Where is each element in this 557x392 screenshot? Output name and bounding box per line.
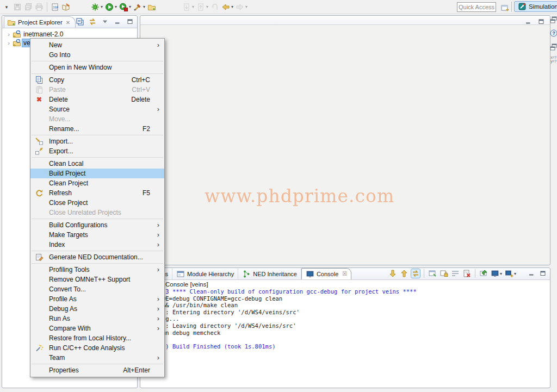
profile-button[interactable]: ▾ — [118, 1, 132, 13]
submenu-arrow-icon: › — [157, 353, 159, 362]
perspective-simulation-button[interactable]: Simulation — [514, 1, 557, 12]
menu-item-profile-as[interactable]: Profile As› — [30, 294, 164, 304]
menu-separator — [32, 61, 163, 61]
dropdown-arrow-icon: ▾ — [129, 4, 131, 9]
open-perspective-button[interactable] — [499, 2, 510, 14]
next-annotation-icon — [182, 3, 191, 11]
view-menu-icon — [101, 17, 109, 26]
save-icon — [13, 3, 22, 11]
maximize-editor-button[interactable] — [537, 17, 546, 26]
up-arrow-icon — [400, 269, 409, 278]
menu-item-compare-with[interactable]: Compare With› — [30, 323, 164, 333]
print-icon — [35, 3, 44, 11]
dropdown-arrow-icon: ▾ — [500, 271, 502, 276]
scroll-lock-button[interactable] — [440, 269, 448, 278]
menu-item-export[interactable]: Export... — [30, 146, 164, 156]
tab-project-explorer[interactable]: Project Explorer ✕ — [4, 16, 76, 28]
clear-console-button[interactable] — [462, 269, 471, 278]
menu-item-remove-omnet-support[interactable]: Remove OMNeT++ Support — [30, 275, 164, 284]
close-icon[interactable]: ✕ — [66, 20, 70, 26]
tab-ned-inheritance[interactable]: NED Inheritance — [238, 269, 301, 279]
menu-item-rename[interactable]: Rename...F2 — [30, 124, 164, 134]
toolbar-separator — [424, 269, 424, 278]
menu-item-run-as[interactable]: Run As› — [30, 314, 164, 323]
menu-item-team[interactable]: Team› — [30, 353, 164, 363]
expand-chevron-icon[interactable]: › — [6, 31, 11, 38]
word-wrap-icon — [451, 269, 460, 278]
back-button[interactable]: ▾ — [220, 1, 234, 13]
restore-view-top[interactable] — [549, 15, 557, 24]
link-icon — [411, 269, 420, 278]
folder-icon — [7, 18, 16, 27]
watch-view[interactable]: x=? y=? — [550, 56, 556, 63]
menu-item-copy[interactable]: CopyCtrl+C — [30, 75, 164, 85]
menu-item-go-into[interactable]: Go Into — [30, 50, 164, 60]
link-with-editor-button[interactable] — [88, 17, 97, 26]
menu-separator — [32, 263, 163, 264]
menu-item-index[interactable]: Index› — [30, 240, 164, 250]
menu-item-label: Remove OMNeT++ Support — [49, 276, 130, 283]
minimized-views-strip: ?x=? y=? — [550, 15, 557, 68]
tree-item-label: inetmanet-2.0 — [22, 30, 64, 38]
open-ned-documentation-button[interactable] — [60, 1, 71, 13]
help-view[interactable]: ? — [549, 29, 557, 38]
menu-item-shortcut: Ctrl+C — [132, 76, 150, 84]
quick-access-input[interactable]: Quick Access — [457, 2, 496, 12]
menu-item-build-configurations[interactable]: Build Configurations› — [30, 220, 164, 230]
menu-item-profiling-tools[interactable]: Profiling Tools› — [30, 265, 164, 275]
minimize-view-button[interactable] — [527, 269, 536, 278]
menu-item-make-targets[interactable]: Make Targets› — [30, 230, 164, 240]
previous-entry-button[interactable] — [400, 269, 409, 278]
minimize-view-button[interactable] — [113, 17, 122, 26]
menu-item-paste: PasteCtrl+V — [30, 85, 164, 95]
debug-icon — [91, 3, 100, 11]
next-entry-button[interactable] — [388, 269, 397, 278]
debug-button[interactable]: ▾ — [90, 1, 104, 13]
maximize-view-button[interactable] — [126, 17, 134, 26]
menu-item-convert-to[interactable]: Convert To... — [30, 284, 164, 294]
menu-item-source[interactable]: Source› — [30, 104, 164, 114]
toolbar-overflow-button[interactable]: ▾ — [1, 1, 12, 13]
pin-console-button[interactable] — [479, 269, 488, 278]
dropdown-arrow-icon: ▾ — [192, 4, 194, 9]
show-console-on-output-button[interactable] — [428, 269, 437, 278]
menu-item-delete[interactable]: ✖DeleteDelete — [30, 95, 164, 104]
menu-item-new[interactable]: New› — [30, 40, 164, 50]
view-menu-button[interactable] — [101, 17, 109, 26]
menu-item-restore-from-local-history[interactable]: Restore from Local History... — [30, 333, 164, 343]
tab-module-hierarchy[interactable]: Module Hierarchy — [172, 269, 238, 279]
new-ned-file-button[interactable]: 310 — [49, 1, 60, 13]
menu-item-clean-project[interactable]: Clean Project — [30, 178, 164, 188]
display-selected-console-button[interactable]: ▾ — [491, 269, 502, 278]
minimize-editor-button[interactable] — [524, 17, 533, 26]
down-arrow-icon — [388, 269, 397, 278]
menu-item-debug-as[interactable]: Debug As› — [30, 304, 164, 314]
menu-item-properties[interactable]: PropertiesAlt+Enter — [30, 365, 164, 375]
menu-item-refresh[interactable]: RefreshF5 — [30, 188, 164, 198]
minimize-icon — [527, 269, 536, 278]
close-icon[interactable]: ☒ — [342, 271, 347, 277]
external-tools-button[interactable]: ▾ — [132, 1, 146, 13]
restore-view-bottom[interactable] — [549, 42, 557, 51]
menu-item-build-project[interactable]: Build Project — [30, 169, 164, 178]
menu-separator — [32, 219, 163, 219]
menu-item-close-project[interactable]: Close Project — [30, 198, 164, 208]
tree-item-inetmanet-2-0[interactable]: ›inetmanet-2.0 — [2, 30, 137, 39]
run-button[interactable]: ▾ — [104, 1, 118, 13]
submenu-arrow-icon: › — [157, 324, 159, 332]
collapse-all-button[interactable] — [76, 17, 84, 26]
menu-item-open-in-new-window[interactable]: Open in New Window — [30, 63, 164, 72]
console-line: && /usr/bin/make clean — [141, 302, 417, 309]
expand-chevron-icon[interactable]: › — [6, 40, 11, 46]
open-resource-button[interactable] — [146, 1, 157, 13]
open-console-button[interactable]: ▾ — [505, 269, 516, 278]
link-with-build-button[interactable] — [411, 269, 420, 278]
menu-item-generate-ned-documentation[interactable]: Generate NED Documentation... — [30, 252, 164, 262]
maximize-view-button[interactable] — [539, 269, 547, 278]
menu-item-run-c-c-code-analysis[interactable]: Run C/C++ Code Analysis — [30, 343, 164, 353]
tab-console[interactable]: Console☒ — [301, 268, 351, 279]
menu-item-import[interactable]: Import... — [30, 136, 164, 146]
menu-item-label: Restore from Local History... — [49, 334, 131, 342]
module-hierarchy-icon — [176, 270, 185, 278]
menu-item-clean-local[interactable]: Clean Local — [30, 159, 164, 169]
